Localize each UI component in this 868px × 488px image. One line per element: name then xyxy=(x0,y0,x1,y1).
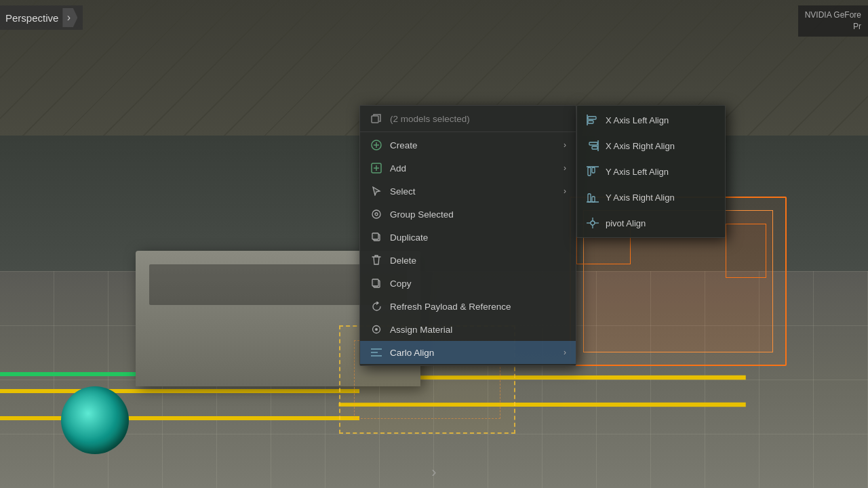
menu-item-group-selected[interactable]: Group Selected xyxy=(360,203,576,226)
svg-rect-28 xyxy=(588,194,591,202)
create-icon xyxy=(370,138,383,152)
menu-item-refresh[interactable]: Refresh Payload & Reference xyxy=(360,295,576,318)
menu-header-text: (2 models selected) xyxy=(390,114,566,124)
y-left-icon xyxy=(585,164,600,179)
duplicate-icon xyxy=(370,230,383,244)
yellow-stripe-2 xyxy=(0,416,359,420)
add-label: Add xyxy=(390,163,558,174)
menu-item-copy[interactable]: Copy xyxy=(360,272,576,295)
svg-rect-20 xyxy=(588,121,593,123)
duplicate-label: Duplicate xyxy=(390,232,566,243)
select-icon xyxy=(370,184,383,198)
svg-rect-23 xyxy=(592,146,597,149)
group-selected-label: Group Selected xyxy=(390,209,566,220)
separator-1 xyxy=(360,131,576,132)
refresh-label: Refresh Payload & Reference xyxy=(390,302,566,312)
delete-label: Delete xyxy=(390,256,566,266)
x-right-label: X Axis Right Align xyxy=(606,141,675,151)
perspective-arrow-button[interactable] xyxy=(62,8,77,27)
pivot-label: pivot Align xyxy=(606,218,646,228)
submenu-item-y-right[interactable]: Y Axis Right Align xyxy=(577,184,725,210)
y-right-label: Y Axis Right Align xyxy=(606,192,675,203)
nvidia-line1: NVIDIA GeFore xyxy=(805,9,861,21)
submenu-item-x-left[interactable]: X Axis Left Align xyxy=(577,107,725,133)
submenu-item-x-right[interactable]: X Axis Right Align xyxy=(577,133,725,159)
copy-icon xyxy=(370,277,383,290)
svg-point-30 xyxy=(591,221,595,225)
perspective-label[interactable]: Perspective xyxy=(0,5,83,30)
menu-item-create[interactable]: Create › xyxy=(360,134,576,157)
context-menu: (2 models selected) Create › Add › xyxy=(359,105,576,366)
refresh-icon xyxy=(370,300,383,313)
select-label: Select xyxy=(390,186,558,197)
carlo-align-arrow: › xyxy=(564,348,566,357)
create-arrow: › xyxy=(564,140,566,150)
svg-rect-25 xyxy=(588,167,591,176)
submenu-carlo-align: X Axis Left Align X Axis Right Align Y A… xyxy=(576,105,726,238)
teal-object xyxy=(61,386,129,454)
menu-item-duplicate[interactable]: Duplicate xyxy=(360,226,576,249)
group-icon xyxy=(370,207,383,221)
svg-rect-26 xyxy=(592,167,595,173)
assign-material-label: Assign Material xyxy=(390,325,566,335)
nav-arrow[interactable]: › xyxy=(431,464,436,481)
y-left-label: Y Axis Left Align xyxy=(606,167,669,177)
add-arrow: › xyxy=(564,163,566,173)
perspective-text: Perspective xyxy=(5,12,58,24)
svg-rect-19 xyxy=(588,117,596,119)
submenu-item-y-left[interactable]: Y Axis Left Align xyxy=(577,159,725,184)
svg-point-14 xyxy=(375,328,378,331)
copy-label: Copy xyxy=(390,279,566,289)
menu-item-carlo-align[interactable]: Carlo Align › xyxy=(360,341,576,364)
assign-material-icon xyxy=(370,323,383,336)
menu-item-select[interactable]: Select › xyxy=(360,180,576,203)
machine-detail-2 xyxy=(726,224,766,278)
create-label: Create xyxy=(390,140,558,150)
svg-rect-0 xyxy=(372,116,378,123)
carlo-align-icon xyxy=(370,346,383,359)
menu-item-assign-material[interactable]: Assign Material xyxy=(360,318,576,341)
svg-rect-22 xyxy=(589,142,597,145)
x-left-label: X Axis Left Align xyxy=(606,115,669,125)
cube-icon xyxy=(370,112,383,125)
nvidia-badge: NVIDIA GeFore Pr xyxy=(798,5,868,37)
svg-rect-29 xyxy=(592,197,595,202)
add-icon xyxy=(370,161,383,175)
svg-point-7 xyxy=(372,210,380,218)
green-stripe xyxy=(0,372,136,376)
submenu-item-pivot[interactable]: pivot Align xyxy=(577,210,725,236)
delete-icon xyxy=(370,253,383,267)
menu-header: (2 models selected) xyxy=(360,107,576,130)
select-arrow: › xyxy=(564,186,566,196)
menu-item-delete[interactable]: Delete xyxy=(360,249,576,272)
svg-point-8 xyxy=(375,213,378,216)
y-right-icon xyxy=(585,190,600,205)
svg-rect-10 xyxy=(372,233,378,239)
x-right-icon xyxy=(585,138,600,153)
carlo-align-label: Carlo Align xyxy=(390,348,558,358)
svg-rect-12 xyxy=(372,279,378,286)
nvidia-line2: Pr xyxy=(805,21,861,33)
pivot-icon xyxy=(585,216,600,230)
menu-item-add[interactable]: Add › xyxy=(360,157,576,180)
yellow-stripe-1 xyxy=(0,389,359,393)
x-left-icon xyxy=(585,113,600,127)
